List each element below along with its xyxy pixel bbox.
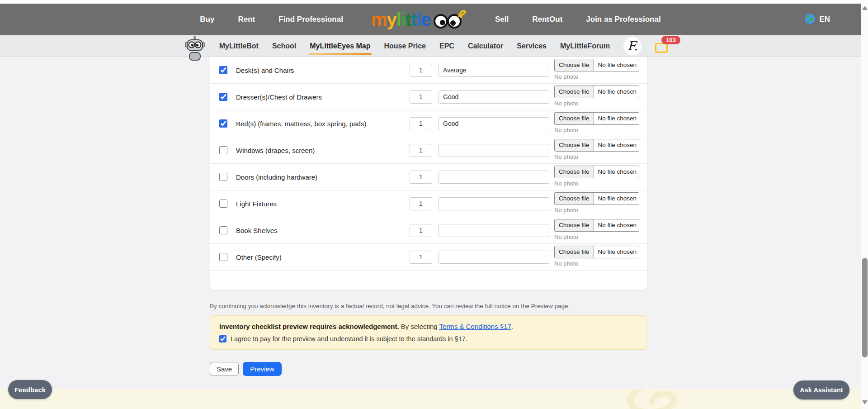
inventory-row-book-shelves: Book Shelves Choose file No file chosen … — [210, 217, 647, 244]
inventory-row-beds: Bed(s) (frames, mattress, box spring, pa… — [210, 110, 647, 137]
file-input[interactable]: Choose file No file chosen — [554, 112, 639, 125]
agree-label: I agree to pay for the preview and under… — [231, 335, 467, 342]
file-input[interactable]: Choose file No file chosen — [554, 166, 639, 178]
condition-input[interactable] — [439, 251, 549, 264]
inventory-checklist-card: Desk(s) and Chairs Choose file No file c… — [210, 57, 647, 290]
row-label: Light Fixtures — [236, 200, 410, 208]
row-checkbox[interactable] — [219, 200, 227, 208]
condition-input[interactable] — [439, 171, 549, 184]
subnav-mylittleeyes-map[interactable]: MyLittleEyes Map — [310, 42, 370, 50]
choose-file-button[interactable]: Choose file — [555, 86, 594, 98]
no-photo-label: No photo — [554, 207, 639, 214]
preview-button[interactable]: Preview — [243, 362, 281, 376]
quantity-input[interactable] — [410, 117, 432, 130]
file-input[interactable]: Choose file No file chosen — [554, 192, 639, 205]
condition-input[interactable] — [439, 64, 549, 77]
row-label: Dresser(s)/Chest of Drawers — [236, 93, 410, 101]
quantity-input[interactable] — [410, 171, 432, 184]
subnav-epc[interactable]: EPC — [439, 42, 454, 50]
file-input[interactable]: Choose file No file chosen — [554, 139, 639, 152]
scrollbar-down-arrow-icon[interactable] — [862, 400, 868, 404]
choose-file-button[interactable]: Choose file — [555, 59, 594, 71]
quantity-input[interactable] — [410, 144, 432, 157]
feedback-button[interactable]: Feedback — [8, 380, 52, 399]
robot-mascot-icon[interactable] — [185, 36, 205, 63]
condition-input[interactable] — [439, 224, 549, 237]
subnav-calculator[interactable]: Calculator — [468, 42, 503, 50]
no-photo-label: No photo — [554, 127, 639, 133]
nav-sell[interactable]: Sell — [495, 15, 509, 24]
agree-checkbox[interactable] — [219, 335, 226, 342]
acknowledgement-text: Inventory checklist preview requires ack… — [219, 323, 638, 330]
file-upload-cell: Choose file No file chosen No photo — [554, 219, 639, 240]
condition-input[interactable] — [439, 144, 549, 157]
row-label: Other (Specify) — [236, 253, 410, 261]
acknowledgement-period: . — [511, 323, 513, 330]
quantity-input[interactable] — [410, 64, 432, 77]
file-upload-cell: Choose file No file chosen No photo — [554, 59, 639, 80]
subnav-house-price[interactable]: House Price — [384, 42, 426, 50]
nav-buy[interactable]: Buy — [200, 15, 214, 24]
quantity-input[interactable] — [410, 90, 432, 104]
nav-find-professional[interactable]: Find Professional — [278, 15, 343, 24]
row-checkbox[interactable] — [219, 93, 227, 101]
no-photo-label: No photo — [554, 180, 639, 187]
acknowledgement-box: Inventory checklist preview requires ack… — [210, 315, 647, 350]
choose-file-button[interactable]: Choose file — [555, 113, 594, 124]
nav-rentout[interactable]: RentOut — [532, 15, 562, 24]
save-button[interactable]: Save — [210, 362, 239, 376]
ask-assistant-button[interactable]: Ask Assistant — [793, 380, 849, 399]
file-upload-cell: Choose file No file chosen No photo — [554, 166, 639, 187]
subnav-services[interactable]: Services — [517, 42, 547, 50]
choose-file-button[interactable]: Choose file — [555, 193, 594, 204]
top-white-strip — [0, 0, 861, 4]
nav-rent[interactable]: Rent — [238, 15, 255, 24]
file-input[interactable]: Choose file No file chosen — [554, 219, 639, 232]
nav-join-as-professional[interactable]: Join as Professional — [586, 15, 660, 24]
acknowledgement-by-selecting: By selecting — [399, 323, 439, 330]
subnav-mylittleforum[interactable]: MyLittleForum — [560, 42, 610, 50]
choose-file-button[interactable]: Choose file — [555, 139, 594, 151]
row-checkbox[interactable] — [219, 253, 227, 261]
file-status-text: No file chosen — [594, 113, 639, 124]
file-upload-cell: Choose file No file chosen No photo — [554, 86, 639, 107]
forum-monogram-icon[interactable]: F. — [623, 37, 642, 55]
file-status-text: No file chosen — [594, 86, 639, 98]
subnav-school[interactable]: School — [272, 42, 296, 50]
quantity-input[interactable] — [410, 251, 432, 264]
file-status-text: No file chosen — [594, 246, 639, 258]
language-selector[interactable]: EN — [805, 14, 830, 26]
terms-conditions-link[interactable]: Terms & Conditions §17 — [439, 323, 511, 330]
scrollbar-thumb[interactable] — [862, 258, 868, 357]
file-upload-cell: Choose file No file chosen No photo — [554, 192, 639, 214]
quantity-input[interactable] — [410, 224, 432, 237]
scrollbar-up-arrow-icon[interactable] — [862, 6, 868, 10]
row-checkbox[interactable] — [219, 119, 227, 128]
file-input[interactable]: Choose file No file chosen — [554, 86, 639, 98]
file-input[interactable]: Choose file No file chosen — [554, 59, 639, 71]
site-logo[interactable]: mylittle — [371, 8, 467, 31]
notifications-folder-icon[interactable]: 103 — [655, 38, 676, 54]
choose-file-button[interactable]: Choose file — [555, 219, 594, 231]
form-actions: Save Preview — [210, 362, 647, 376]
choose-file-button[interactable]: Choose file — [555, 246, 594, 258]
row-checkbox[interactable] — [219, 226, 227, 234]
condition-input[interactable] — [439, 90, 549, 104]
file-status-text: No file chosen — [594, 193, 639, 204]
choose-file-button[interactable]: Choose file — [555, 166, 594, 178]
logo-eyes-icon — [433, 9, 467, 32]
row-label: Desk(s) and Chairs — [236, 67, 410, 74]
quantity-input[interactable] — [410, 197, 432, 210]
row-checkbox[interactable] — [219, 173, 227, 181]
condition-input[interactable] — [439, 197, 549, 210]
page-scrollbar[interactable] — [861, 0, 868, 409]
condition-input[interactable] — [439, 117, 549, 130]
file-input[interactable]: Choose file No file chosen — [554, 246, 639, 258]
no-photo-label: No photo — [554, 233, 639, 240]
row-checkbox[interactable] — [219, 146, 227, 154]
secondary-navbar: MyLittleBot School MyLittleEyes Map Hous… — [0, 35, 861, 57]
subnav-mylittlebot[interactable]: MyLittleBot — [219, 42, 259, 50]
row-label: Doors (including hardware) — [236, 173, 410, 181]
row-checkbox[interactable] — [219, 66, 227, 74]
legal-note: By continuing you acknowledge this inven… — [210, 303, 647, 309]
